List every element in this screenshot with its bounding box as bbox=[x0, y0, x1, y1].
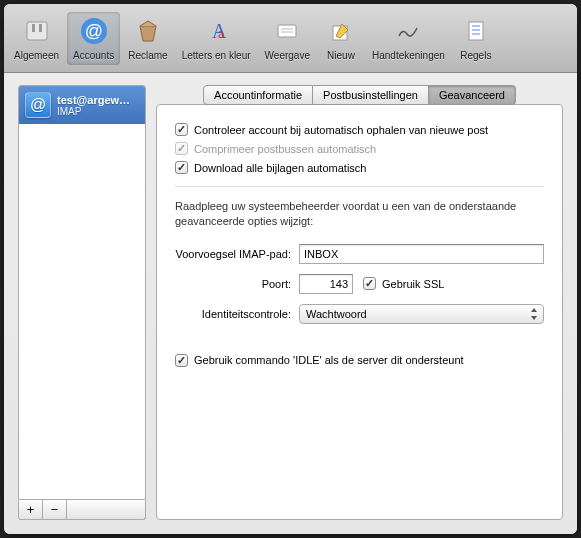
auto-fetch-label: Controleer account bij automatisch ophal… bbox=[194, 124, 488, 136]
toolbar-rules[interactable]: Regels bbox=[453, 12, 499, 65]
tabs: Accountinformatie Postbusinstellingen Ge… bbox=[156, 85, 563, 105]
account-item[interactable]: @ test@argew… IMAP bbox=[19, 86, 145, 124]
main-panel: Accountinformatie Postbusinstellingen Ge… bbox=[156, 85, 563, 520]
auth-label: Identiteitscontrole: bbox=[175, 308, 299, 320]
tab-account-info[interactable]: Accountinformatie bbox=[203, 85, 313, 105]
toolbar: Algemeen @ Accounts Reclame Aa Letters e… bbox=[4, 4, 577, 73]
toolbar-general[interactable]: Algemeen bbox=[8, 12, 65, 65]
account-name: test@argew… bbox=[57, 94, 130, 106]
tab-mailbox-settings[interactable]: Postbusinstellingen bbox=[313, 85, 429, 105]
auth-select[interactable]: Wachtwoord bbox=[299, 304, 544, 324]
idle-checkbox[interactable] bbox=[175, 354, 188, 367]
toolbar-fonts[interactable]: Aa Letters en kleur bbox=[176, 12, 257, 65]
toolbar-accounts[interactable]: @ Accounts bbox=[67, 12, 120, 65]
divider bbox=[175, 186, 544, 187]
toolbar-label: Letters en kleur bbox=[182, 50, 251, 61]
toolbar-label: Accounts bbox=[73, 50, 114, 61]
svg-text:a: a bbox=[218, 26, 225, 41]
viewing-icon bbox=[270, 14, 304, 48]
port-label: Poort: bbox=[175, 278, 299, 290]
toolbar-junk[interactable]: Reclame bbox=[122, 12, 173, 65]
toolbar-label: Reclame bbox=[128, 50, 167, 61]
svg-rect-11 bbox=[469, 22, 483, 40]
download-all-label: Download alle bijlagen automatisch bbox=[194, 162, 366, 174]
toolbar-label: Handtekeningen bbox=[372, 50, 445, 61]
content-area: @ test@argew… IMAP + − Accountinformatie… bbox=[4, 73, 577, 534]
toolbar-label: Weergave bbox=[265, 50, 310, 61]
toolbar-label: Regels bbox=[460, 50, 491, 61]
advanced-note: Raadpleeg uw systeembeheerder voordat u … bbox=[175, 199, 544, 230]
toolbar-viewing[interactable]: Weergave bbox=[259, 12, 316, 65]
toolbar-compose[interactable]: Nieuw bbox=[318, 12, 364, 65]
compress-checkbox bbox=[175, 142, 188, 155]
svg-rect-0 bbox=[27, 22, 47, 40]
compress-label: Comprimeer postbussen automatisch bbox=[194, 143, 376, 155]
remove-account-button[interactable]: − bbox=[43, 500, 67, 519]
svg-rect-2 bbox=[39, 24, 42, 32]
auth-value: Wachtwoord bbox=[306, 308, 367, 320]
preferences-window: Algemeen @ Accounts Reclame Aa Letters e… bbox=[4, 4, 577, 534]
svg-rect-1 bbox=[32, 24, 35, 32]
toolbar-label: Nieuw bbox=[327, 50, 355, 61]
idle-label: Gebruik commando 'IDLE' als de server di… bbox=[194, 354, 464, 366]
fonts-icon: Aa bbox=[199, 14, 233, 48]
accounts-sidebar: @ test@argew… IMAP + − bbox=[18, 85, 146, 520]
auto-fetch-checkbox[interactable] bbox=[175, 123, 188, 136]
signature-icon bbox=[391, 14, 425, 48]
svg-text:@: @ bbox=[84, 21, 102, 41]
imap-prefix-label: Voorvoegsel IMAP-pad: bbox=[175, 248, 299, 260]
svg-rect-7 bbox=[278, 25, 296, 37]
add-account-button[interactable]: + bbox=[19, 500, 43, 519]
use-ssl-label: Gebruik SSL bbox=[382, 278, 444, 290]
compose-icon bbox=[324, 14, 358, 48]
tab-advanced[interactable]: Geavanceerd bbox=[429, 85, 516, 105]
at-icon: @ bbox=[25, 92, 51, 118]
advanced-panel: Controleer account bij automatisch ophal… bbox=[156, 104, 563, 520]
at-icon: @ bbox=[77, 14, 111, 48]
sidebar-footer: + − bbox=[18, 500, 146, 520]
toolbar-label: Algemeen bbox=[14, 50, 59, 61]
port-input[interactable] bbox=[299, 274, 353, 294]
junk-icon bbox=[131, 14, 165, 48]
use-ssl-checkbox[interactable] bbox=[363, 277, 376, 290]
account-type: IMAP bbox=[57, 106, 130, 117]
switch-icon bbox=[20, 14, 54, 48]
toolbar-signatures[interactable]: Handtekeningen bbox=[366, 12, 451, 65]
download-all-checkbox[interactable] bbox=[175, 161, 188, 174]
rules-icon bbox=[459, 14, 493, 48]
imap-prefix-input[interactable] bbox=[299, 244, 544, 264]
accounts-list[interactable]: @ test@argew… IMAP bbox=[18, 85, 146, 500]
